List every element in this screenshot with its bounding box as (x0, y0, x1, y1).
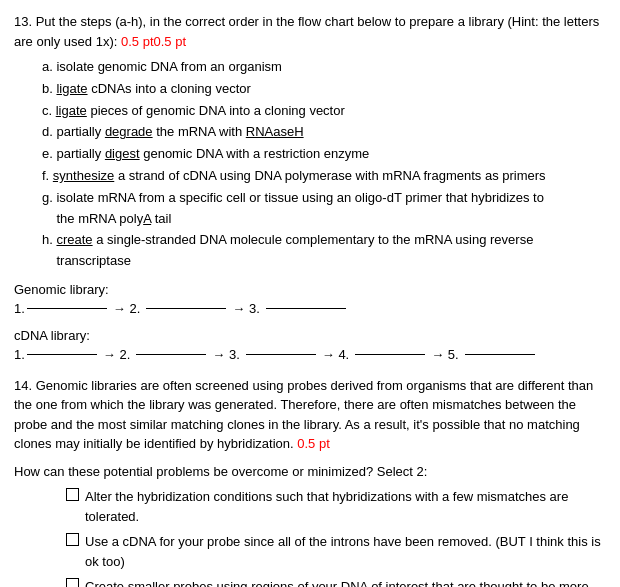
genomic-arrow1: → 2. (113, 301, 140, 316)
cdna-blank2[interactable] (136, 354, 206, 355)
cdna-section: cDNA library: 1. → 2. → 3. → 4. → 5. (14, 328, 606, 362)
q14-option-3-text: Create smaller probes using regions of y… (85, 577, 606, 587)
q14-options-list: Alter the hybridization conditions such … (14, 487, 606, 587)
q14-option-2: Use a cDNA for your probe since all of t… (66, 532, 606, 571)
genomic-blank1[interactable] (27, 308, 107, 309)
cdna-arrow2: → 3. (212, 347, 239, 362)
cdna-label: cDNA library: (14, 328, 606, 343)
genomic-flow: 1. → 2. → 3. (14, 301, 606, 316)
q14-intro: 14. Genomic libraries are often screened… (14, 376, 606, 454)
q13-intro-text: 13. Put the steps (a-h), in the correct … (14, 14, 599, 49)
q13-points: 0.5 pt (121, 34, 154, 49)
checkbox-1[interactable] (66, 488, 79, 501)
cdna-arrow3: → 4. (322, 347, 349, 362)
step-e-label: e. partially digest genomic DNA with a r… (42, 146, 369, 161)
genomic-step1-label: 1. (14, 301, 25, 316)
cdna-flow: 1. → 2. → 3. → 4. → 5. (14, 347, 606, 362)
step-g-label: g. isolate mRNA from a specific cell or … (42, 190, 544, 226)
q14-option-1: Alter the hybridization conditions such … (66, 487, 606, 526)
q14-points: 0.5 pt (297, 436, 330, 451)
step-b-label: b. ligate cDNAs into a cloning vector (42, 81, 251, 96)
q14-option-2-text: Use a cDNA for your probe since all of t… (85, 532, 606, 571)
step-d-label: d. partially degrade the mRNA with RNAas… (42, 124, 304, 139)
genomic-section: Genomic library: 1. → 2. → 3. (14, 282, 606, 316)
cdna-blank3[interactable] (246, 354, 316, 355)
genomic-arrow2: → 3. (232, 301, 259, 316)
step-e: e. partially digest genomic DNA with a r… (42, 144, 606, 165)
checkbox-2[interactable] (66, 533, 79, 546)
question-14-block: 14. Genomic libraries are often screened… (14, 376, 606, 587)
step-a: a. isolate genomic DNA from an organism (42, 57, 606, 78)
checkbox-3[interactable] (66, 578, 79, 587)
step-h: h. create a single-stranded DNA molecule… (42, 230, 606, 272)
step-f: f. synthesize a strand of cDNA using DNA… (42, 166, 606, 187)
q14-option-1-text: Alter the hybridization conditions such … (85, 487, 606, 526)
genomic-blank2[interactable] (146, 308, 226, 309)
cdna-blank5[interactable] (465, 354, 535, 355)
step-b: b. ligate cDNAs into a cloning vector (42, 79, 606, 100)
step-c: c. ligate pieces of genomic DNA into a c… (42, 101, 606, 122)
cdna-arrow1: → 2. (103, 347, 130, 362)
question-13-block: 13. Put the steps (a-h), in the correct … (14, 12, 606, 362)
q13-steps-list: a. isolate genomic DNA from an organism … (14, 57, 606, 272)
q14-question-text: How can these potential problems be over… (14, 464, 427, 479)
step-c-label: c. ligate pieces of genomic DNA into a c… (42, 103, 345, 118)
step-g: g. isolate mRNA from a specific cell or … (42, 188, 606, 230)
q14-question: How can these potential problems be over… (14, 462, 606, 482)
q13-intro: 13. Put the steps (a-h), in the correct … (14, 12, 606, 51)
cdna-step1-label: 1. (14, 347, 25, 362)
step-f-label: f. synthesize a strand of cDNA using DNA… (42, 168, 546, 183)
step-a-label: a. isolate genomic DNA from an organism (42, 59, 282, 74)
step-d: d. partially degrade the mRNA with RNAas… (42, 122, 606, 143)
step-h-label: h. create a single-stranded DNA molecule… (42, 232, 533, 268)
cdna-arrow4: → 5. (431, 347, 458, 362)
q14-option-3: Create smaller probes using regions of y… (66, 577, 606, 587)
genomic-blank3[interactable] (266, 308, 346, 309)
genomic-label: Genomic library: (14, 282, 606, 297)
cdna-blank4[interactable] (355, 354, 425, 355)
q13-points-val: 0.5 pt (154, 34, 187, 49)
cdna-blank1[interactable] (27, 354, 97, 355)
